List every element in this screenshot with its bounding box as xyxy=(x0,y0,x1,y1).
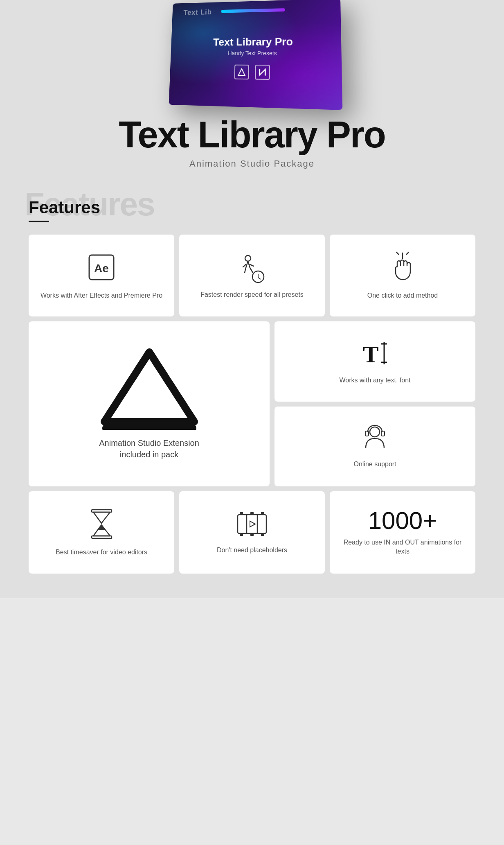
speed-icon xyxy=(236,252,268,283)
ready-number: 1000+ xyxy=(368,508,437,533)
one-click-label: One click to add method xyxy=(367,291,438,300)
svg-rect-17 xyxy=(381,431,385,436)
box-title: Text Library Pro xyxy=(213,35,293,48)
placeholders-label: Don't need placeholders xyxy=(217,546,287,555)
feature-card-ready: 1000+ Ready to use IN and OUT animations… xyxy=(330,491,475,573)
box-top-bar xyxy=(221,8,285,13)
feature-card-timesaver: Best timesaver for video editors xyxy=(29,491,174,573)
animation-studio-label: Animation Studio Extensionincluded in pa… xyxy=(99,437,199,460)
ae-icon: Ae xyxy=(85,251,118,284)
feature-card-support: Online support xyxy=(274,407,475,486)
svg-point-15 xyxy=(370,427,380,437)
ready-label: Ready to use IN and OUT animations for t… xyxy=(338,538,467,556)
headset-icon xyxy=(360,424,390,452)
svg-text:T: T xyxy=(363,341,379,368)
feature-card-text-font: T Works with any text, font xyxy=(274,321,475,401)
svg-rect-28 xyxy=(250,533,254,536)
svg-rect-16 xyxy=(365,431,369,436)
svg-rect-29 xyxy=(261,533,264,536)
svg-rect-24 xyxy=(240,512,243,515)
svg-rect-26 xyxy=(261,512,264,515)
svg-line-5 xyxy=(258,278,261,279)
hero-section: Text Lib Text Library Pro Handy Text Pre… xyxy=(0,0,504,181)
product-subtitle: Animation Studio Package xyxy=(189,158,315,169)
product-box: Text Lib Text Library Pro Handy Text Pre… xyxy=(169,0,343,110)
support-label: Online support xyxy=(354,460,396,469)
svg-point-6 xyxy=(245,255,251,261)
hourglass-icon xyxy=(88,508,115,540)
font-icon: T xyxy=(359,338,392,368)
hand-icon xyxy=(388,251,417,284)
box-ae-icon xyxy=(234,64,249,79)
render-speed-label: Fastest render speed for all presets xyxy=(200,290,304,299)
features-right-col: T Works with any text, font xyxy=(274,321,475,486)
svg-marker-0 xyxy=(238,68,245,75)
svg-marker-23 xyxy=(250,521,255,527)
box-label-text: Text Lib xyxy=(183,8,212,17)
svg-rect-27 xyxy=(240,533,243,536)
triangle-logo-icon xyxy=(96,348,202,430)
feature-card-animation-studio: Animation Studio Extensionincluded in pa… xyxy=(29,321,270,486)
text-font-label: Works with any text, font xyxy=(340,376,411,385)
svg-line-9 xyxy=(407,252,409,254)
box-n-icon xyxy=(255,65,270,80)
svg-rect-10 xyxy=(102,424,196,430)
box-icons xyxy=(234,64,270,79)
product-title: Text Library Pro xyxy=(119,115,385,155)
ae-label: Works with After Effects and Premiere Pr… xyxy=(40,291,162,300)
features-section: Features Features Ae Works with After Ef… xyxy=(0,181,504,598)
features-bottom-row: Best timesaver for video editors xyxy=(29,491,475,573)
svg-rect-25 xyxy=(250,512,254,515)
box-subtitle: Handy Text Presets xyxy=(228,50,277,56)
features-heading-wrapper: Features Features xyxy=(29,198,475,222)
feature-card-placeholders: Don't need placeholders xyxy=(179,491,325,573)
feature-card-one-click: One click to add method xyxy=(330,235,475,316)
feature-card-after-effects: Ae Works with After Effects and Premiere… xyxy=(29,235,174,316)
features-mid-row: Animation Studio Extensionincluded in pa… xyxy=(29,321,475,486)
feature-card-render-speed: Fastest render speed for all presets xyxy=(179,235,325,316)
svg-text:Ae: Ae xyxy=(94,262,109,275)
svg-rect-20 xyxy=(238,515,266,533)
svg-line-8 xyxy=(396,252,398,254)
video-icon xyxy=(236,510,268,538)
features-heading: Features xyxy=(29,198,475,217)
timesaver-label: Best timesaver for video editors xyxy=(56,548,147,557)
features-top-row: Ae Works with After Effects and Premiere… xyxy=(29,235,475,316)
